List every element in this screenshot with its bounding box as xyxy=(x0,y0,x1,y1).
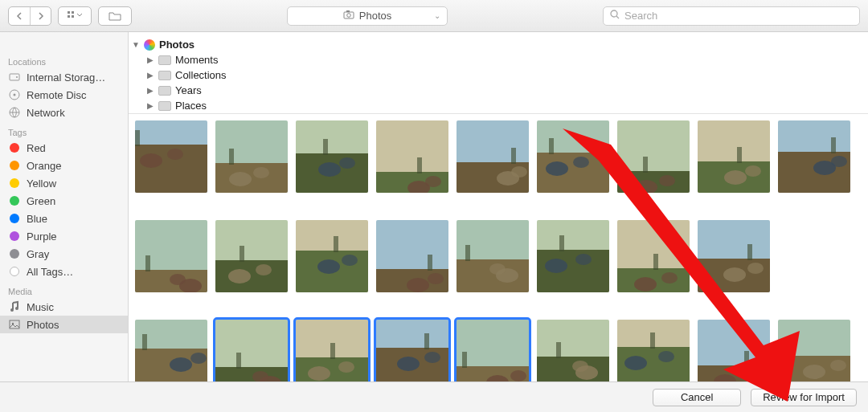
svg-rect-87 xyxy=(465,245,470,261)
thumbnail-grid xyxy=(135,120,862,381)
photo-thumbnail[interactable] xyxy=(215,220,288,292)
svg-point-70 xyxy=(228,269,251,284)
svg-point-55 xyxy=(724,170,747,185)
photo-thumbnail[interactable] xyxy=(778,120,850,193)
back-button[interactable] xyxy=(9,7,30,25)
tree-item-label: Moments xyxy=(175,54,218,66)
sidebar-heading: Locations xyxy=(0,51,128,68)
photo-thumbnail[interactable] xyxy=(698,220,770,292)
forward-button[interactable] xyxy=(30,7,51,25)
thumbnail-scroll[interactable] xyxy=(129,114,868,381)
search-field[interactable]: Search xyxy=(603,6,860,26)
photo-thumbnail[interactable] xyxy=(457,120,529,193)
sidebar-item[interactable]: Photos xyxy=(0,316,128,333)
svg-rect-137 xyxy=(650,332,655,349)
photo-thumbnail[interactable] xyxy=(617,320,690,381)
svg-point-100 xyxy=(723,267,746,282)
photo-thumbnail[interactable] xyxy=(537,120,609,193)
sidebar-item[interactable]: Yellow xyxy=(0,174,128,192)
cancel-button[interactable]: Cancel xyxy=(653,389,741,406)
sidebar-item-label: Blue xyxy=(27,213,47,225)
svg-point-5 xyxy=(346,14,350,18)
svg-rect-27 xyxy=(229,149,234,165)
photo-thumbnail[interactable] xyxy=(537,220,609,292)
disclosure-down-icon: ▼ xyxy=(132,40,140,49)
svg-point-96 xyxy=(661,272,678,284)
chevron-updown-icon: ⌄ xyxy=(434,11,440,20)
tree-item[interactable]: ▶Years xyxy=(146,83,865,98)
location-dropdown[interactable]: Photos ⌄ xyxy=(287,6,448,26)
svg-point-7 xyxy=(611,10,617,17)
svg-point-75 xyxy=(317,259,340,274)
svg-rect-32 xyxy=(323,139,328,155)
svg-rect-52 xyxy=(643,157,648,173)
photo-thumbnail[interactable] xyxy=(457,220,529,292)
photo-thumbnail[interactable] xyxy=(215,320,288,381)
disclosure-right-icon: ▶ xyxy=(146,86,154,95)
sidebar-item[interactable]: Red xyxy=(0,139,128,157)
svg-point-115 xyxy=(308,366,330,381)
sidebar-item-label: Orange xyxy=(27,160,61,172)
sidebar-item[interactable]: Music xyxy=(0,298,128,316)
svg-rect-62 xyxy=(831,137,836,153)
svg-rect-89 xyxy=(537,250,609,292)
sidebar-item-label: Music xyxy=(27,301,54,313)
sidebar-item[interactable]: Blue xyxy=(0,210,128,227)
svg-point-26 xyxy=(253,167,269,178)
photo-thumbnail[interactable] xyxy=(215,120,288,193)
svg-point-81 xyxy=(428,273,444,284)
sidebar-item[interactable]: All Tags… xyxy=(0,263,128,280)
photo-thumbnail[interactable] xyxy=(457,320,529,381)
svg-rect-102 xyxy=(747,244,752,260)
photo-thumbnail[interactable] xyxy=(778,320,850,381)
sidebar-item[interactable]: Network xyxy=(0,104,128,121)
folder-button[interactable] xyxy=(99,7,131,25)
tree-item-label: Years xyxy=(175,84,202,96)
search-icon xyxy=(610,10,620,22)
photo-thumbnail[interactable] xyxy=(376,220,448,292)
photo-thumbnail[interactable] xyxy=(617,120,690,193)
svg-rect-0 xyxy=(68,11,70,14)
svg-rect-122 xyxy=(424,333,429,349)
tree-root[interactable]: ▼ Photos xyxy=(132,37,865,52)
photo-thumbnail[interactable] xyxy=(135,120,207,193)
svg-point-105 xyxy=(170,357,192,372)
sidebar-item-label: All Tags… xyxy=(27,266,73,278)
svg-rect-107 xyxy=(142,334,147,350)
svg-rect-16 xyxy=(10,320,19,328)
tag-dot-icon xyxy=(8,141,21,154)
photo-thumbnail[interactable] xyxy=(135,220,207,292)
main-split: LocationsInternal Storag…Remote DiscNetw… xyxy=(0,32,868,381)
photo-thumbnail[interactable] xyxy=(135,320,207,381)
svg-point-91 xyxy=(575,254,592,265)
photo-thumbnail[interactable] xyxy=(296,120,368,193)
sidebar-item[interactable]: Remote Disc xyxy=(0,86,128,104)
photo-thumbnail[interactable] xyxy=(537,320,609,381)
sidebar-item[interactable]: Internal Storag… xyxy=(0,68,128,86)
folder-segment xyxy=(98,6,132,26)
svg-rect-82 xyxy=(428,255,432,271)
tree-item[interactable]: ▶Moments xyxy=(146,52,865,67)
svg-rect-142 xyxy=(744,351,749,367)
sidebar-item[interactable]: Orange xyxy=(0,157,128,174)
source-tree: ▼ Photos ▶Moments▶Collections▶Years▶Plac… xyxy=(129,32,868,114)
photo-thumbnail[interactable] xyxy=(617,220,690,292)
tree-item[interactable]: ▶Collections xyxy=(146,67,865,83)
sidebar-item[interactable]: Gray xyxy=(0,245,128,263)
tree-item[interactable]: ▶Places xyxy=(146,98,865,113)
sidebar-item[interactable]: Green xyxy=(0,192,128,210)
music-icon xyxy=(8,300,21,313)
photo-thumbnail[interactable] xyxy=(296,220,368,292)
svg-rect-147 xyxy=(782,341,787,357)
photo-thumbnail[interactable] xyxy=(698,120,770,193)
view-mode-button[interactable] xyxy=(59,7,91,25)
photo-thumbnail[interactable] xyxy=(296,320,368,381)
svg-point-10 xyxy=(16,76,18,78)
photo-thumbnail[interactable] xyxy=(376,120,448,193)
review-for-import-button[interactable]: Review for Import xyxy=(751,389,857,406)
photo-thumbnail[interactable] xyxy=(376,320,448,381)
svg-point-56 xyxy=(745,165,761,177)
sidebar-item[interactable]: Purple xyxy=(0,227,128,245)
photo-thumbnail[interactable] xyxy=(698,320,770,381)
view-mode-segment xyxy=(58,6,92,26)
